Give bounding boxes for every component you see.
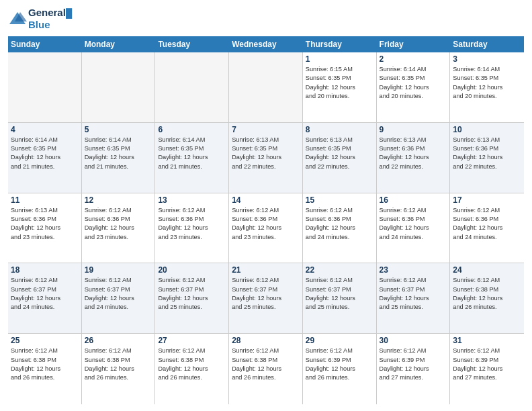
day-info: Sunrise: 6:12 AMSunset: 6:36 PMDaylight:… bbox=[85, 206, 152, 242]
day-header-friday: Friday bbox=[377, 36, 451, 52]
day-header-sunday: Sunday bbox=[8, 36, 82, 52]
day-number: 8 bbox=[306, 125, 373, 134]
day-cell-15: 15Sunrise: 6:12 AMSunset: 6:36 PMDayligh… bbox=[303, 193, 377, 263]
day-info: Sunrise: 6:12 AMSunset: 6:38 PMDaylight:… bbox=[158, 347, 226, 382]
day-cell-9: 9Sunrise: 6:13 AMSunset: 6:36 PMDaylight… bbox=[377, 123, 451, 193]
day-cell-31: 31Sunrise: 6:12 AMSunset: 6:39 PMDayligh… bbox=[450, 334, 524, 404]
week-row-4: 18Sunrise: 6:12 AMSunset: 6:37 PMDayligh… bbox=[8, 263, 524, 334]
day-info: Sunrise: 6:14 AMSunset: 6:35 PMDaylight:… bbox=[380, 65, 447, 101]
day-info: Sunrise: 6:13 AMSunset: 6:36 PMDaylight:… bbox=[453, 136, 521, 171]
day-info: Sunrise: 6:14 AMSunset: 6:35 PMDaylight:… bbox=[453, 65, 521, 101]
day-cell-16: 16Sunrise: 6:12 AMSunset: 6:36 PMDayligh… bbox=[377, 193, 451, 263]
day-number: 28 bbox=[232, 336, 300, 345]
day-cell-1: 1Sunrise: 6:15 AMSunset: 6:35 PMDaylight… bbox=[303, 52, 377, 122]
day-cell-empty bbox=[155, 52, 229, 122]
day-number: 12 bbox=[85, 195, 152, 205]
calendar-grid: 1Sunrise: 6:15 AMSunset: 6:35 PMDaylight… bbox=[8, 52, 524, 404]
day-number: 13 bbox=[158, 195, 226, 205]
day-cell-28: 28Sunrise: 6:12 AMSunset: 6:38 PMDayligh… bbox=[229, 334, 303, 404]
page: General█Blue SundayMondayTuesdayWednesda… bbox=[0, 0, 532, 411]
day-number: 5 bbox=[85, 125, 152, 134]
day-cell-7: 7Sunrise: 6:13 AMSunset: 6:35 PMDaylight… bbox=[229, 123, 303, 193]
day-header-monday: Monday bbox=[82, 36, 156, 52]
day-info: Sunrise: 6:12 AMSunset: 6:37 PMDaylight:… bbox=[306, 276, 373, 312]
day-number: 9 bbox=[380, 125, 447, 134]
day-cell-4: 4Sunrise: 6:14 AMSunset: 6:35 PMDaylight… bbox=[8, 123, 82, 193]
day-cell-empty bbox=[82, 52, 156, 122]
day-info: Sunrise: 6:12 AMSunset: 6:37 PMDaylight:… bbox=[232, 276, 300, 312]
day-cell-18: 18Sunrise: 6:12 AMSunset: 6:37 PMDayligh… bbox=[8, 263, 82, 333]
day-info: Sunrise: 6:13 AMSunset: 6:35 PMDaylight:… bbox=[232, 136, 300, 171]
day-cell-5: 5Sunrise: 6:14 AMSunset: 6:35 PMDaylight… bbox=[82, 123, 156, 193]
day-number: 30 bbox=[380, 336, 447, 345]
day-cell-21: 21Sunrise: 6:12 AMSunset: 6:37 PMDayligh… bbox=[229, 263, 303, 333]
day-number: 17 bbox=[453, 195, 521, 205]
day-number: 20 bbox=[158, 265, 226, 275]
day-cell-29: 29Sunrise: 6:12 AMSunset: 6:39 PMDayligh… bbox=[303, 334, 377, 404]
day-cell-13: 13Sunrise: 6:12 AMSunset: 6:36 PMDayligh… bbox=[155, 193, 229, 263]
day-cell-12: 12Sunrise: 6:12 AMSunset: 6:36 PMDayligh… bbox=[82, 193, 156, 263]
day-cell-3: 3Sunrise: 6:14 AMSunset: 6:35 PMDaylight… bbox=[450, 52, 524, 122]
day-cell-24: 24Sunrise: 6:12 AMSunset: 6:38 PMDayligh… bbox=[450, 263, 524, 333]
day-cell-17: 17Sunrise: 6:12 AMSunset: 6:36 PMDayligh… bbox=[450, 193, 524, 263]
day-header-saturday: Saturday bbox=[450, 36, 524, 52]
day-info: Sunrise: 6:12 AMSunset: 6:37 PMDaylight:… bbox=[380, 276, 447, 312]
day-number: 4 bbox=[11, 125, 79, 134]
day-number: 10 bbox=[453, 125, 521, 134]
day-info: Sunrise: 6:15 AMSunset: 6:35 PMDaylight:… bbox=[306, 65, 373, 101]
logo: General█Blue bbox=[8, 7, 72, 31]
day-info: Sunrise: 6:12 AMSunset: 6:37 PMDaylight:… bbox=[85, 276, 152, 312]
day-cell-10: 10Sunrise: 6:13 AMSunset: 6:36 PMDayligh… bbox=[450, 123, 524, 193]
day-info: Sunrise: 6:12 AMSunset: 6:38 PMDaylight:… bbox=[11, 347, 79, 382]
day-cell-22: 22Sunrise: 6:12 AMSunset: 6:37 PMDayligh… bbox=[303, 263, 377, 333]
day-header-tuesday: Tuesday bbox=[155, 36, 229, 52]
day-info: Sunrise: 6:12 AMSunset: 6:39 PMDaylight:… bbox=[380, 347, 447, 382]
day-number: 23 bbox=[380, 265, 447, 275]
day-cell-23: 23Sunrise: 6:12 AMSunset: 6:37 PMDayligh… bbox=[377, 263, 451, 333]
week-row-2: 4Sunrise: 6:14 AMSunset: 6:35 PMDaylight… bbox=[8, 123, 524, 193]
day-number: 24 bbox=[453, 265, 521, 275]
day-info: Sunrise: 6:12 AMSunset: 6:37 PMDaylight:… bbox=[11, 276, 79, 312]
day-number: 18 bbox=[11, 265, 79, 275]
day-info: Sunrise: 6:13 AMSunset: 6:36 PMDaylight:… bbox=[11, 206, 79, 242]
day-number: 7 bbox=[232, 125, 300, 134]
day-number: 16 bbox=[380, 195, 447, 205]
day-cell-empty bbox=[229, 52, 303, 122]
day-info: Sunrise: 6:12 AMSunset: 6:39 PMDaylight:… bbox=[453, 347, 521, 382]
day-number: 26 bbox=[85, 336, 152, 345]
day-number: 29 bbox=[306, 336, 373, 345]
day-cell-14: 14Sunrise: 6:12 AMSunset: 6:36 PMDayligh… bbox=[229, 193, 303, 263]
week-row-5: 25Sunrise: 6:12 AMSunset: 6:38 PMDayligh… bbox=[8, 334, 524, 404]
day-cell-26: 26Sunrise: 6:12 AMSunset: 6:38 PMDayligh… bbox=[82, 334, 156, 404]
day-info: Sunrise: 6:14 AMSunset: 6:35 PMDaylight:… bbox=[158, 136, 226, 171]
day-cell-20: 20Sunrise: 6:12 AMSunset: 6:37 PMDayligh… bbox=[155, 263, 229, 333]
day-info: Sunrise: 6:12 AMSunset: 6:39 PMDaylight:… bbox=[306, 347, 373, 382]
day-info: Sunrise: 6:12 AMSunset: 6:38 PMDaylight:… bbox=[453, 276, 521, 312]
day-number: 1 bbox=[306, 54, 373, 64]
day-info: Sunrise: 6:12 AMSunset: 6:36 PMDaylight:… bbox=[380, 206, 447, 242]
day-cell-empty bbox=[8, 52, 82, 122]
day-cell-19: 19Sunrise: 6:12 AMSunset: 6:37 PMDayligh… bbox=[82, 263, 156, 333]
day-info: Sunrise: 6:14 AMSunset: 6:35 PMDaylight:… bbox=[11, 136, 79, 171]
header: General█Blue bbox=[8, 7, 524, 31]
day-header-wednesday: Wednesday bbox=[229, 36, 303, 52]
day-cell-2: 2Sunrise: 6:14 AMSunset: 6:35 PMDaylight… bbox=[377, 52, 451, 122]
day-number: 25 bbox=[11, 336, 79, 345]
day-cell-30: 30Sunrise: 6:12 AMSunset: 6:39 PMDayligh… bbox=[377, 334, 451, 404]
week-row-1: 1Sunrise: 6:15 AMSunset: 6:35 PMDaylight… bbox=[8, 52, 524, 123]
day-number: 19 bbox=[85, 265, 152, 275]
day-number: 2 bbox=[380, 54, 447, 64]
day-cell-27: 27Sunrise: 6:12 AMSunset: 6:38 PMDayligh… bbox=[155, 334, 229, 404]
day-info: Sunrise: 6:12 AMSunset: 6:36 PMDaylight:… bbox=[306, 206, 373, 242]
day-header-thursday: Thursday bbox=[303, 36, 377, 52]
day-info: Sunrise: 6:12 AMSunset: 6:37 PMDaylight:… bbox=[158, 276, 226, 312]
logo-text: General█Blue bbox=[28, 7, 72, 31]
logo-icon bbox=[8, 9, 27, 28]
day-number: 3 bbox=[453, 54, 521, 64]
day-info: Sunrise: 6:12 AMSunset: 6:36 PMDaylight:… bbox=[232, 206, 300, 242]
day-headers: SundayMondayTuesdayWednesdayThursdayFrid… bbox=[8, 36, 524, 52]
day-number: 14 bbox=[232, 195, 300, 205]
day-number: 11 bbox=[11, 195, 79, 205]
day-number: 27 bbox=[158, 336, 226, 345]
day-info: Sunrise: 6:13 AMSunset: 6:35 PMDaylight:… bbox=[306, 136, 373, 171]
